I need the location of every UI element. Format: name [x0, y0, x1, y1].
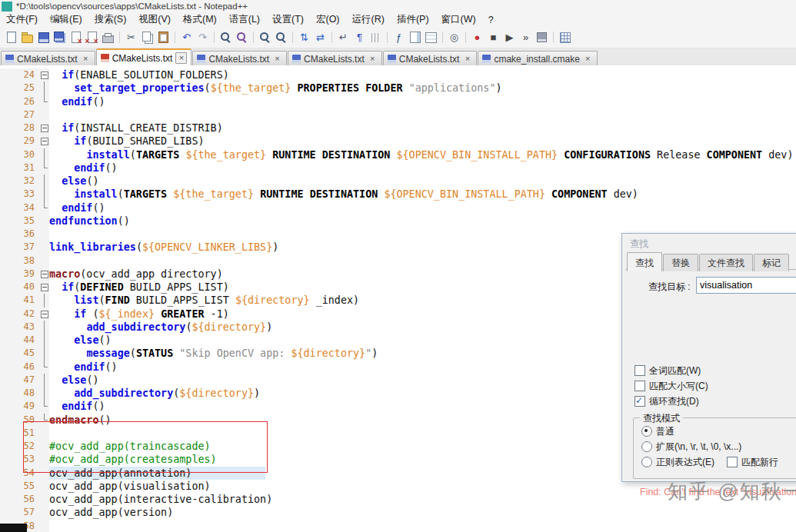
menu-item[interactable]: 搜索(S)	[88, 12, 133, 28]
find-option[interactable]: 循环查找(D)	[634, 396, 708, 407]
tab-cmake-install-cmake[interactable]: cmake_install.cmake×	[478, 51, 597, 66]
macro-record-icon[interactable]: ●	[470, 31, 485, 45]
function-list-icon[interactable]: ƒ	[391, 31, 406, 45]
tab-close-icon[interactable]: ×	[175, 52, 187, 64]
menu-item[interactable]: 插件(P)	[391, 12, 435, 28]
save-all-icon[interactable]	[52, 31, 67, 45]
line-number[interactable]: 42	[0, 308, 39, 321]
fold-marker[interactable]	[39, 400, 49, 413]
line-number[interactable]: 33	[0, 188, 39, 201]
line-number[interactable]: 34	[0, 201, 39, 214]
menu-item[interactable]: 视图(V)	[132, 12, 177, 28]
tab-cmakelists-txt[interactable]: CMakeLists.txt×	[383, 51, 478, 66]
find-target-input[interactable]	[696, 277, 796, 294]
redo-icon[interactable]: ↷	[195, 31, 210, 45]
code-text[interactable]: endif()	[49, 201, 796, 214]
menu-item[interactable]: 宏(O)	[310, 12, 346, 28]
line-number[interactable]: 24	[0, 68, 39, 81]
print-icon[interactable]	[101, 31, 115, 45]
menu-item[interactable]: 设置(T)	[266, 12, 310, 28]
line-number[interactable]: 27	[0, 108, 39, 121]
code-text[interactable]	[49, 108, 796, 121]
tab-close-icon[interactable]: ×	[583, 54, 593, 64]
code-text[interactable]: else()	[49, 175, 796, 188]
code-text[interactable]: endif()	[49, 161, 796, 175]
sync-vertical-icon[interactable]: ⇅	[297, 31, 311, 45]
menu-item[interactable]: ?	[482, 13, 500, 27]
code-text[interactable]: ocv_add_app(version)	[49, 506, 796, 519]
line-number[interactable]: 43	[0, 321, 39, 334]
fold-marker[interactable]	[39, 68, 49, 81]
macro-save-icon[interactable]	[535, 31, 549, 45]
save-icon[interactable]	[36, 31, 51, 45]
fold-marker[interactable]	[39, 81, 49, 95]
fold-marker[interactable]	[39, 374, 49, 387]
fold-marker[interactable]	[39, 294, 49, 307]
close-icon[interactable]	[68, 31, 83, 45]
code-text[interactable]: set_target_properties(${the_target} PROP…	[49, 81, 796, 95]
line-number[interactable]: 45	[0, 347, 39, 360]
find-dialog-tab[interactable]: 文件查找	[699, 254, 753, 271]
fold-marker[interactable]	[39, 334, 49, 347]
cut-icon[interactable]: ✂	[124, 31, 138, 45]
checkbox-icon[interactable]	[727, 457, 738, 467]
fold-marker[interactable]	[39, 121, 49, 135]
menu-item[interactable]: 窗口(W)	[435, 12, 482, 28]
undo-icon[interactable]: ↶	[179, 31, 194, 45]
find-option[interactable]: 匹配大小写(C)	[634, 381, 708, 391]
code-text[interactable]: endfunction()	[49, 214, 796, 228]
find-dialog-tab[interactable]: 替换	[663, 254, 698, 271]
document-map-icon[interactable]	[408, 31, 422, 45]
line-number[interactable]: 39	[0, 268, 39, 281]
line-number[interactable]: 55	[0, 480, 39, 493]
find-option[interactable]: 全词匹配(W)	[634, 365, 708, 376]
menu-item[interactable]: 编辑(E)	[44, 12, 88, 28]
line-number[interactable]: 49	[0, 400, 39, 413]
find-icon[interactable]	[218, 31, 233, 45]
macro-stop-icon[interactable]: ■	[486, 31, 501, 45]
fold-marker[interactable]	[39, 161, 49, 175]
plugin-grid-icon[interactable]	[558, 31, 572, 45]
line-number[interactable]: 36	[0, 228, 39, 241]
fold-marker[interactable]	[39, 201, 49, 214]
tab-close-icon[interactable]: ×	[368, 54, 378, 64]
checkbox-icon[interactable]	[634, 396, 645, 407]
line-number[interactable]: 41	[0, 294, 39, 307]
line-number[interactable]: 37	[0, 241, 39, 254]
fold-marker[interactable]	[39, 175, 49, 188]
radio-icon[interactable]	[641, 441, 652, 452]
document-switcher-icon[interactable]	[424, 31, 438, 45]
sync-horizontal-icon[interactable]: ⇄	[313, 31, 328, 45]
replace-icon[interactable]	[235, 31, 249, 45]
line-number[interactable]: 47	[0, 374, 39, 387]
code-text[interactable]: install(TARGETS ${the_target} RUNTIME DE…	[49, 188, 796, 201]
line-number[interactable]: 57	[0, 506, 39, 519]
tab-cmakelists-txt[interactable]: CMakeLists.txt×	[288, 51, 382, 66]
line-number[interactable]: 44	[0, 334, 39, 347]
fold-marker[interactable]	[39, 308, 49, 321]
line-number[interactable]: 48	[0, 387, 39, 400]
tab-cmakelists-txt[interactable]: CMakeLists.txt×	[1, 51, 95, 66]
show-all-characters-icon[interactable]: ¶	[352, 31, 367, 45]
fold-marker[interactable]	[39, 188, 49, 201]
line-number[interactable]: 26	[0, 95, 39, 108]
line-number[interactable]: 35	[0, 214, 39, 228]
fold-marker[interactable]	[39, 148, 49, 161]
code-text[interactable]: endif()	[49, 95, 796, 108]
checkbox-icon[interactable]	[634, 381, 645, 391]
radio-icon[interactable]	[641, 457, 652, 467]
code-text[interactable]: if(BUILD_SHARED_LIBS)	[49, 135, 796, 148]
zoom-out-icon[interactable]	[274, 31, 288, 45]
tab-cmakelists-txt[interactable]: CMakeLists.txt×	[192, 51, 287, 66]
search-mode-option[interactable]: 正则表达式(E)匹配新行	[641, 457, 778, 467]
code-text[interactable]: install(TARGETS ${the_target} RUNTIME DE…	[49, 148, 796, 161]
fold-marker[interactable]	[39, 321, 49, 334]
code-text[interactable]	[49, 520, 796, 532]
code-text[interactable]: if(INSTALL_CREATE_DISTRIB)	[49, 121, 796, 135]
menu-item[interactable]: 语言(L)	[223, 12, 266, 28]
search-mode-option[interactable]: 扩展(\n, \r, \t, \0, \x...)	[641, 441, 778, 452]
paste-icon[interactable]	[156, 31, 171, 45]
tab-close-icon[interactable]: ×	[272, 54, 282, 64]
macro-play-icon[interactable]: ▶	[502, 31, 517, 45]
fold-marker[interactable]	[39, 387, 49, 400]
